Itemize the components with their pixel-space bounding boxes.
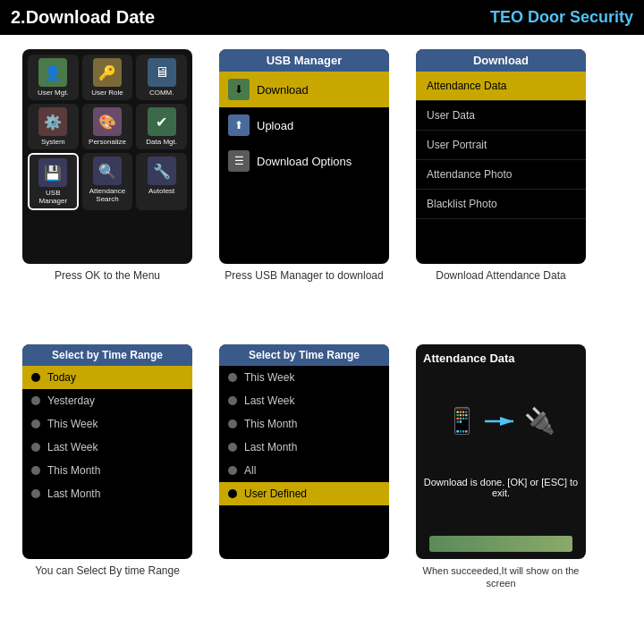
icon-system[interactable]: ⚙️ System xyxy=(28,104,79,149)
caption-1: Press OK to the Menu xyxy=(55,269,160,284)
icon-data-mgt[interactable]: ✔ Data Mgt. xyxy=(136,104,187,149)
dl-attendance-photo[interactable]: Attendance Photo xyxy=(416,160,586,190)
tr2-last-month-dot xyxy=(228,443,237,452)
screen-icon-grid: 👤 User Mgt. 🔑 User Role 🖥 COMM. ⚙️ Syste… xyxy=(22,49,192,264)
download-icon: ⬇ xyxy=(228,79,250,100)
icon-datamgt-label: Data Mgt. xyxy=(146,138,177,146)
download-label: Download xyxy=(257,83,309,97)
usb-menu-upload[interactable]: ⬆ Upload xyxy=(219,107,389,143)
tr2-last-week-dot xyxy=(228,396,237,405)
tr2-this-week[interactable]: This Week xyxy=(219,366,389,389)
cell-6: Attendance Data 📱 🔌 Download is done. [O… xyxy=(402,339,599,634)
caption-4: You can Select By time Range xyxy=(35,564,180,579)
tr-yesterday-dot xyxy=(31,396,40,405)
cell-4: Select by Time Range Today Yesterday Thi… xyxy=(9,339,206,634)
download-done-title: Attendance Data xyxy=(423,352,515,365)
cell-5: Select by Time Range This Week Last Week… xyxy=(206,339,402,634)
cell-2: USB Manager ⬇ Download ⬆ Upload ☰ Downlo… xyxy=(206,44,402,339)
tr2-this-month-dot xyxy=(228,419,237,428)
download-header: Download xyxy=(416,49,586,72)
time-range-header-simple: Select by Time Range xyxy=(22,344,192,366)
dl-user-portrait[interactable]: User Portrait xyxy=(416,131,586,160)
tr2-last-week[interactable]: Last Week xyxy=(219,389,389,412)
icon-attendance-search[interactable]: 🔍 Attendance Search xyxy=(82,153,133,210)
tr-last-week-dot xyxy=(31,443,40,452)
usb-menu-download[interactable]: ⬇ Download xyxy=(219,72,389,107)
icon-personalize-label: Personalize xyxy=(89,138,126,146)
icon-comm[interactable]: 🖥 COMM. xyxy=(136,55,187,100)
tr-this-week[interactable]: This Week xyxy=(22,412,192,436)
icon-personalize[interactable]: 🎨 Personalize xyxy=(82,104,133,149)
tr-last-month[interactable]: Last Month xyxy=(22,482,192,505)
tr-this-month[interactable]: This Month xyxy=(22,459,192,482)
icon-autotest[interactable]: 🔧 Autotest xyxy=(136,153,187,210)
tr-yesterday[interactable]: Yesterday xyxy=(22,389,192,412)
brand-label: TEO Door Security xyxy=(490,8,633,27)
dl-blacklist-photo[interactable]: Blacklist Photo xyxy=(416,190,586,219)
upload-icon: ⬆ xyxy=(228,114,250,136)
icon-usb-label: USB Manager xyxy=(31,189,75,205)
tr-this-month-dot xyxy=(31,466,40,475)
screen-time-range-simple: Select by Time Range Today Yesterday Thi… xyxy=(22,344,192,559)
icon-attendance-label: Attendance Search xyxy=(84,187,131,203)
page-title: 2.Download Date xyxy=(11,7,155,28)
download-done-msg: Download is done. [OK] or [ESC] to exit. xyxy=(423,477,579,498)
options-icon: ☰ xyxy=(228,150,250,172)
tr2-this-week-dot xyxy=(228,373,237,382)
screen-time-range-full: Select by Time Range This Week Last Week… xyxy=(219,344,389,559)
progress-bar xyxy=(429,536,572,552)
tr2-this-month[interactable]: This Month xyxy=(219,412,389,436)
icon-grid: 👤 User Mgt. 🔑 User Role 🖥 COMM. ⚙️ Syste… xyxy=(22,49,192,216)
tr-today[interactable]: Today xyxy=(22,366,192,389)
screen-usb-manager: USB Manager ⬇ Download ⬆ Upload ☰ Downlo… xyxy=(219,49,389,264)
content-grid: 👤 User Mgt. 🔑 User Role 🖥 COMM. ⚙️ Syste… xyxy=(0,35,644,643)
device-icon: 📱 xyxy=(446,406,478,436)
caption-6: When succeeded,It will show on the scree… xyxy=(408,564,594,590)
dl-user-data[interactable]: User Data xyxy=(416,101,586,131)
dl-attendance-data[interactable]: Attendance Data xyxy=(416,72,586,101)
cell-1: 👤 User Mgt. 🔑 User Role 🖥 COMM. ⚙️ Syste… xyxy=(9,44,206,339)
icon-userrole-label: User Role xyxy=(91,89,123,97)
caption-3: Download Attendance Data xyxy=(436,269,565,284)
tr2-user-defined[interactable]: User Defined xyxy=(219,482,389,505)
cell-3: Download Attendance Data User Data User … xyxy=(402,44,599,339)
caption-2: Press USB Manager to download xyxy=(225,269,383,284)
screen-download-done: Attendance Data 📱 🔌 Download is done. [O… xyxy=(416,344,586,559)
progress-bar-fill xyxy=(429,536,572,552)
tr2-last-month[interactable]: Last Month xyxy=(219,436,389,459)
usb-drive-icon: 🔌 xyxy=(524,406,555,436)
tr2-all-dot xyxy=(228,466,237,475)
tr-last-week[interactable]: Last Week xyxy=(22,436,192,459)
tr-last-month-dot xyxy=(31,489,40,498)
upload-label: Upload xyxy=(257,119,293,132)
arrow-icon xyxy=(483,412,519,430)
icon-system-label: System xyxy=(41,138,65,146)
download-icons-row: 📱 🔌 xyxy=(446,406,555,436)
icon-usb-manager[interactable]: 💾 USB Manager xyxy=(28,153,79,210)
usb-manager-header: USB Manager xyxy=(219,49,389,72)
tr-today-dot xyxy=(31,373,40,382)
tr2-all[interactable]: All xyxy=(219,459,389,482)
tr-this-week-dot xyxy=(31,419,40,428)
page-header: 2.Download Date TEO Door Security xyxy=(0,0,644,35)
icon-comm-label: COMM. xyxy=(149,89,174,97)
icon-usermgt-label: User Mgt. xyxy=(38,89,69,97)
options-label: Download Options xyxy=(257,155,352,168)
icon-autotest-label: Autotest xyxy=(148,187,174,195)
usb-menu-options[interactable]: ☰ Download Options xyxy=(219,143,389,179)
tr2-user-defined-dot xyxy=(228,489,237,498)
screen-download-menu: Download Attendance Data User Data User … xyxy=(416,49,586,264)
icon-user-role[interactable]: 🔑 User Role xyxy=(82,55,133,100)
time-range-header-full: Select by Time Range xyxy=(219,344,389,366)
icon-user-mgt[interactable]: 👤 User Mgt. xyxy=(28,55,79,100)
